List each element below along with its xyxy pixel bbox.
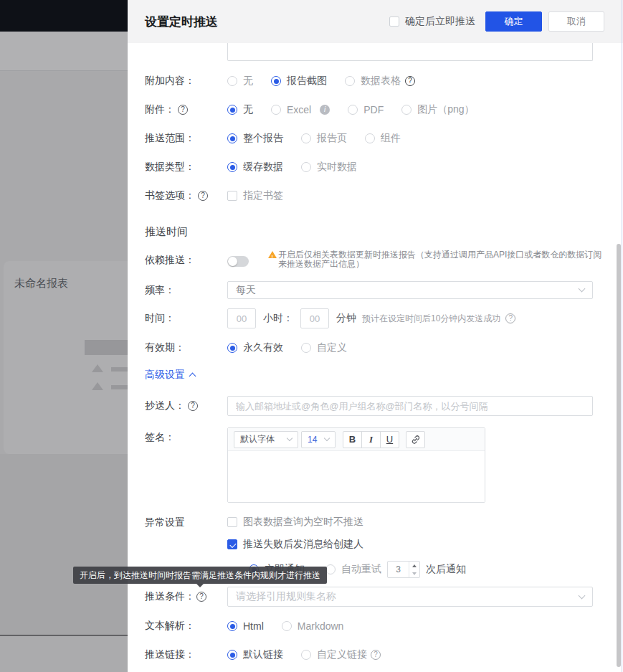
radio-parse-markdown[interactable]: Markdown [282,620,344,632]
radio-icon [301,162,311,172]
minute-unit-label: 分钟 [336,312,356,325]
help-icon[interactable]: ? [371,650,381,660]
after-retry-label: 次后通知 [426,563,466,576]
retry-count-value[interactable]: 3 [388,562,409,577]
radio-attach-none[interactable]: 无 [227,103,253,116]
checkbox-icon [227,517,237,527]
radio-icon [227,76,237,86]
radio-icon [271,105,281,115]
cc-input[interactable] [227,396,593,416]
help-icon[interactable]: ? [188,401,198,411]
title-input-partially-visible[interactable] [227,43,593,61]
radio-data-cached[interactable]: 缓存数据 [227,161,283,174]
bold-button[interactable]: B [343,431,362,448]
radio-icon [301,650,311,660]
time-label: 时间： [145,312,227,325]
radio-auto-retry[interactable]: 自动重试 [325,563,381,576]
chart-skeleton-triangle [92,364,103,372]
row-depend-push: 依赖推送： 开启后仅相关表数据更新时推送报告（支持通过调用产品API接口或者数仓… [145,250,606,269]
underline-button[interactable]: U [380,431,399,448]
chevron-down-icon [579,285,586,293]
checkbox-notify-creator[interactable]: 推送失败后发消息给创建人 [227,538,363,551]
italic-button[interactable]: I [361,431,381,448]
radio-icon [227,105,237,115]
link-icon [411,435,421,445]
scrollbar-thumb[interactable] [617,244,621,667]
advanced-settings-link[interactable]: 高级设置 [145,369,195,382]
row-extra-content: 附加内容： 无 报告截图 数据表格 ? [145,74,606,88]
checkbox-specify-bookmark[interactable]: 指定书签 [227,189,283,202]
warning-icon [268,251,277,258]
row-text-parse: 文本解析： Html Markdown [145,619,606,633]
help-icon[interactable]: ? [198,191,208,201]
checkbox-checked-icon [227,539,237,549]
row-cc: 抄送人：? [145,396,606,416]
radio-extra-none[interactable]: 无 [227,75,253,87]
link-button[interactable] [406,431,425,448]
chevron-down-icon [579,592,586,599]
signature-editor: 默认字体 14 B I U [227,427,485,503]
signature-content-area[interactable] [228,451,485,502]
push-scope-label: 推送范围： [145,132,227,145]
confirm-button[interactable]: 确定 [485,11,542,32]
push-condition-select[interactable]: 请选择引用规则集名称 [227,587,593,607]
modal-header: 设置定时推送 确定后立即推送 确定 取消 [128,0,623,43]
editor-toolbar: 默认字体 14 B I U [228,428,485,451]
radio-scope-widget[interactable]: 组件 [365,132,401,145]
push-immediately-checkbox[interactable] [389,16,399,27]
radio-extra-data-table[interactable]: 数据表格 [345,75,401,87]
cc-label: 抄送人： [145,399,185,412]
tooltip-arrow [196,584,204,587]
screen: 未命名报表 设置定时推送 确定后立即推送 确定 取消 附加内容： [0,0,623,672]
row-frequency: 频率： 每天 [145,281,606,299]
hour-input[interactable] [227,308,256,328]
chevron-down-icon [287,435,293,441]
radio-validity-forever[interactable]: 永久有效 [227,341,283,354]
help-icon[interactable]: ? [505,313,515,323]
frequency-select[interactable]: 每天 [227,281,593,299]
radio-validity-custom[interactable]: 自定义 [301,341,347,354]
help-icon[interactable]: ? [178,105,188,115]
depend-push-label: 依赖推送： [145,250,227,267]
data-type-label: 数据类型： [145,161,227,174]
radio-scope-whole-report[interactable]: 整个报告 [227,132,283,145]
radio-parse-html[interactable]: Html [227,620,264,632]
checkbox-empty-no-push[interactable]: 图表数据查询为空时不推送 [227,516,363,529]
radio-link-default[interactable]: 默认链接 [227,648,283,661]
background-section [0,454,128,635]
radio-attach-image[interactable]: 图片（png） [401,103,474,116]
font-family-select[interactable]: 默认字体 [234,431,298,448]
background-section [0,636,128,672]
row-bookmark: 书签选项：? 指定书签 [145,189,606,203]
radio-icon [227,621,237,631]
radio-icon [301,133,311,143]
depend-push-toggle[interactable] [227,256,249,267]
cancel-button[interactable]: 取消 [548,11,604,32]
chart-skeleton-bar [85,340,128,355]
help-icon[interactable]: ? [196,592,206,602]
row-attachment: 附件：? 无 Excel i PDF 图片（png） [145,103,606,117]
help-icon[interactable]: ? [405,76,415,86]
push-condition-tooltip: 开启后，到达推送时间时报告需满足推送条件内规则才进行推送 [73,567,327,584]
radio-attach-excel[interactable]: Excel [271,104,311,115]
frequency-value: 每天 [236,284,256,297]
minute-input[interactable] [300,308,329,328]
radio-extra-screenshot[interactable]: 报告截图 [271,75,327,87]
chevron-up-icon [189,373,196,380]
radio-icon [227,650,237,660]
stepper-up-icon[interactable] [409,562,419,569]
radio-attach-pdf[interactable]: PDF [348,104,384,115]
push-condition-placeholder: 请选择引用规则集名称 [236,590,336,603]
radio-scope-report-page[interactable]: 报告页 [301,132,347,145]
retry-count-stepper: 3 [387,561,420,578]
radio-data-realtime[interactable]: 实时数据 [301,161,357,174]
radio-link-custom[interactable]: 自定义链接 [301,648,367,661]
radio-icon [348,105,358,115]
validity-label: 有效期： [145,341,227,354]
info-icon[interactable]: i [320,105,330,115]
push-condition-label: 推送条件： [145,590,195,603]
stepper-down-icon[interactable] [409,569,419,577]
attachment-label: 附件： [145,103,175,116]
font-size-select[interactable]: 14 [301,431,336,448]
chart-skeleton-line [111,385,128,389]
